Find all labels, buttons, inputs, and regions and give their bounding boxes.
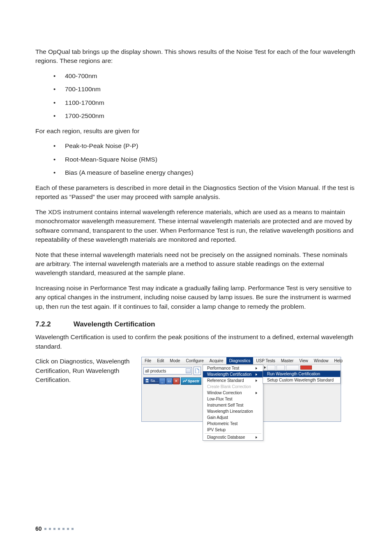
menu-window[interactable]: Window	[311, 357, 332, 364]
paragraph: Increasing noise in Performance Test may…	[35, 284, 357, 311]
chart-icon	[183, 379, 187, 383]
submenu-item-run-wavelength-certification[interactable]: Run Wavelength Certification	[263, 371, 340, 377]
svg-rect-1	[146, 379, 148, 380]
left-panel: all products Sa… _ ▭	[142, 365, 203, 421]
footer-dot	[44, 528, 46, 530]
menu-help[interactable]: Help	[331, 357, 346, 364]
section-title: Wavelength Certification	[74, 320, 155, 328]
toolbar-button-2[interactable]	[277, 365, 285, 370]
chevron-right-icon	[256, 373, 257, 376]
spectra-tab-label: Spectr	[188, 379, 199, 383]
section-number: 7.2.2	[35, 320, 71, 328]
page-footer: 60	[35, 525, 74, 532]
minimize-button[interactable]: _	[159, 378, 166, 384]
svg-rect-2	[146, 381, 148, 382]
menu-acquire[interactable]: Acquire	[207, 357, 226, 364]
child-window-titlebar[interactable]: Sa… _ ▭ ✕	[143, 377, 180, 384]
menu-item-create-blank-correction: Create Blank Correction	[203, 384, 263, 390]
list-item: 1100-1700nm	[35, 98, 357, 107]
menu-item-photometric-test[interactable]: Photometric Test	[203, 421, 263, 427]
list-item: 400-700nm	[35, 72, 357, 81]
menu-edit[interactable]: Edit	[154, 357, 167, 364]
paragraph: Each of these parameters is described in…	[35, 183, 357, 202]
maximize-button[interactable]: ▭	[166, 378, 173, 384]
toolbar-strip	[263, 365, 341, 370]
chevron-right-icon	[256, 392, 257, 394]
document-icon	[195, 368, 199, 373]
footer-dot	[67, 528, 69, 530]
menu-item-reference-standard[interactable]: Reference Standard	[203, 377, 263, 384]
paragraph: Wavelength Certification is used to conf…	[35, 333, 357, 351]
menu-item-low-flux-test[interactable]: Low-Flux Test	[203, 396, 263, 402]
menu-bar: File Edit Mode Configure Acquire Diagnos…	[142, 357, 341, 365]
menu-item-performance-test[interactable]: Performance Test	[203, 365, 263, 371]
footer-dot	[53, 528, 55, 530]
toolbar-button-3[interactable]	[286, 365, 299, 370]
app-window: File Edit Mode Configure Acquire Diagnos…	[141, 357, 341, 422]
spectra-tab[interactable]: Spectr	[181, 377, 201, 385]
list-item: 1700-2500nm	[35, 111, 357, 120]
list-item: Bias (A measure of baseline energy chang…	[35, 168, 357, 177]
page-number: 60	[35, 525, 42, 532]
footer-dot	[62, 528, 65, 530]
side-instruction: Click on Diagnostics, Wavelength Certifi…	[35, 357, 130, 384]
save-icon	[145, 378, 150, 383]
submenu-item-setup-custom-wavelength-standard[interactable]: Setup Custom Wavelength Standard	[263, 377, 340, 383]
paragraph: For each region, results are given for	[35, 127, 357, 136]
product-select-value: all products	[145, 369, 166, 373]
footer-dot	[58, 528, 60, 530]
menu-item-wavelength-certification[interactable]: Wavelength Certification	[203, 371, 263, 377]
chevron-right-icon	[264, 366, 266, 369]
menu-separator	[205, 433, 261, 434]
toolbar-button-1[interactable]	[267, 365, 275, 370]
list-item: Root-Mean-Square Noise (RMS)	[35, 155, 357, 164]
menu-configure[interactable]: Configure	[183, 357, 206, 364]
menu-usp-tests[interactable]: USP Tests	[253, 357, 278, 364]
close-button[interactable]: ✕	[173, 378, 180, 384]
metrics-list: Peak-to-Peak Noise (P-P) Root-Mean-Squar…	[35, 141, 357, 177]
menu-item-window-correction[interactable]: Window Correction	[203, 390, 263, 396]
list-item: Peak-to-Peak Noise (P-P)	[35, 141, 357, 150]
menu-item-gain-adjust[interactable]: Gain Adjust	[203, 414, 263, 421]
child-window-title: Sa…	[150, 379, 159, 383]
menu-file[interactable]: File	[142, 357, 154, 364]
color-swatch-red[interactable]	[300, 365, 312, 370]
diagnostics-menu: Performance Test Wavelength Certificatio…	[203, 365, 263, 441]
regions-list: 400-700nm 700-1100nm 1100-1700nm 1700-25…	[35, 72, 357, 121]
menu-item-diagnostic-database[interactable]: Diagnostic Database	[203, 434, 263, 440]
menu-item-instrument-self-test[interactable]: Instrument Self Test	[203, 402, 263, 408]
paragraph: The OpQual tab brings up the display sho…	[35, 47, 357, 66]
paragraph: The XDS instrument contains internal wav…	[35, 208, 357, 245]
chevron-right-icon	[256, 436, 257, 439]
menu-item-wavelength-linearization[interactable]: Wavelength Linearization	[203, 408, 263, 414]
menu-master[interactable]: Master	[278, 357, 297, 364]
menu-mode[interactable]: Mode	[167, 357, 183, 364]
wavelength-certification-submenu: Run Wavelength Certification Setup Custo…	[263, 370, 341, 384]
chevron-right-icon	[256, 367, 257, 370]
chevron-right-icon	[256, 379, 257, 382]
section-heading: 7.2.2 Wavelength Certification	[35, 320, 357, 328]
footer-dot	[49, 528, 51, 530]
menu-diagnostics[interactable]: Diagnostics	[226, 357, 254, 364]
paragraph: Note that these internal wavelength mate…	[35, 250, 357, 278]
list-item: 700-1100nm	[35, 85, 357, 94]
new-document-button[interactable]	[194, 367, 201, 375]
footer-dot	[71, 528, 74, 530]
menu-item-ipv-setup[interactable]: IPV Setup	[203, 427, 263, 433]
menu-view[interactable]: View	[296, 357, 311, 364]
product-select[interactable]: all products	[143, 367, 192, 375]
